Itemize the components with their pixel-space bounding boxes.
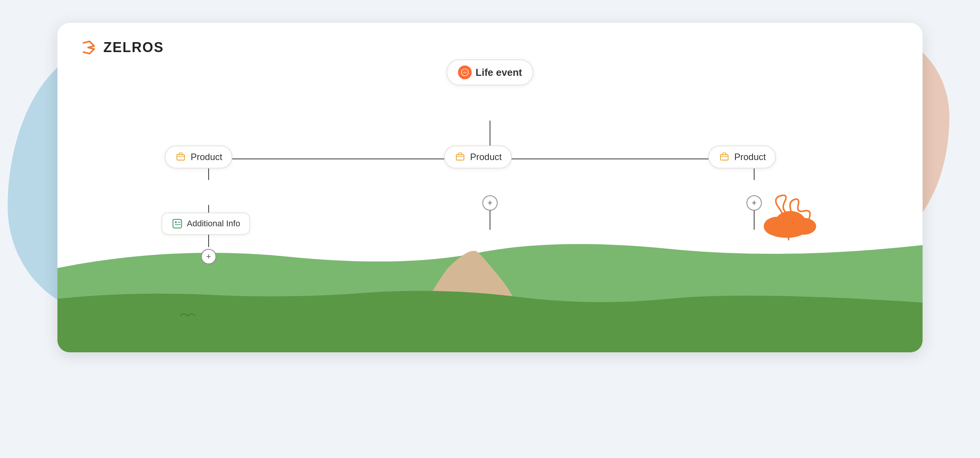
add-button-product2[interactable]: + xyxy=(482,195,498,211)
logo-area: ZELROS xyxy=(80,38,164,57)
svg-point-15 xyxy=(464,72,466,73)
logo-text: ZELROS xyxy=(103,39,164,56)
additional-info-node[interactable]: Additional Info xyxy=(162,213,250,235)
product-node-3[interactable]: Product xyxy=(708,146,776,168)
add-button-product3[interactable]: + xyxy=(746,195,762,211)
additional-info-icon xyxy=(172,218,183,229)
svg-rect-16 xyxy=(177,155,185,160)
svg-point-23 xyxy=(175,221,177,223)
add-button-additional[interactable]: + xyxy=(201,249,216,264)
svg-rect-18 xyxy=(456,155,464,160)
product-icon-2 xyxy=(454,151,466,163)
product-node-1[interactable]: Product xyxy=(165,146,232,168)
product-icon-1 xyxy=(175,151,187,163)
product-icon-3 xyxy=(718,151,730,163)
product-node-2[interactable]: Product xyxy=(444,146,512,168)
product-label-2: Product xyxy=(470,152,502,162)
svg-rect-22 xyxy=(173,219,182,228)
product-label-3: Product xyxy=(734,152,766,162)
svg-point-32 xyxy=(768,222,806,238)
life-event-node[interactable]: Life event xyxy=(446,59,533,85)
orange-decoration xyxy=(754,190,823,245)
life-event-label: Life event xyxy=(475,67,522,79)
product-label-1: Product xyxy=(191,152,222,162)
main-card: ZELROS xyxy=(57,23,923,352)
additional-info-label: Additional Info xyxy=(187,219,240,229)
zelros-logo-icon xyxy=(80,38,99,57)
life-event-icon xyxy=(458,65,472,79)
svg-rect-20 xyxy=(720,155,728,160)
